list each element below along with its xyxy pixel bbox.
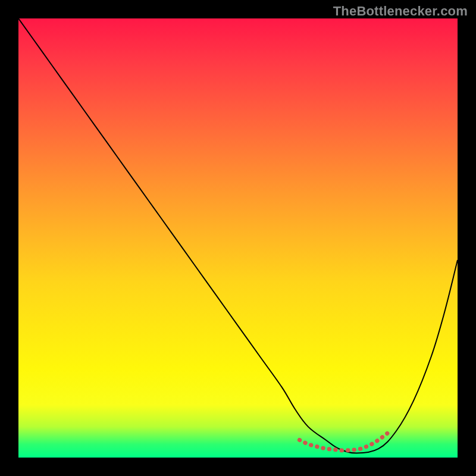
chart-stage: TheBottlenecker.com — [0, 0, 476, 476]
plot-background-gradient — [18, 18, 458, 458]
watermark-text: TheBottlenecker.com — [333, 4, 468, 19]
